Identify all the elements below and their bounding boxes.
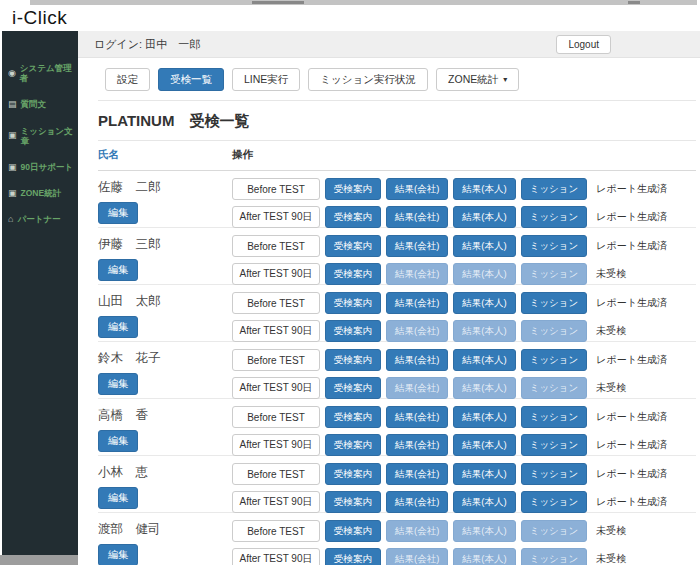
- result-company-button[interactable]: 結果(会社): [386, 349, 448, 371]
- exam-guide-button[interactable]: 受検案内: [325, 548, 381, 565]
- tab-line-exec[interactable]: LINE実行: [232, 68, 300, 91]
- column-header-name[interactable]: 氏名: [98, 148, 232, 162]
- result-person-button[interactable]: 結果(本人): [453, 349, 515, 371]
- tab-zone-stats[interactable]: ZONE統計▾: [436, 68, 519, 91]
- test-type-button[interactable]: After TEST 90日: [232, 320, 320, 342]
- mission-button[interactable]: ミッション: [521, 235, 588, 257]
- sidebar-item-mission-doc[interactable]: ▣ミッション文章: [2, 118, 78, 154]
- exam-guide-button[interactable]: 受検案内: [325, 349, 381, 371]
- exam-guide-button[interactable]: 受検案内: [325, 406, 381, 428]
- sidebar-item-system-admin[interactable]: ◉システム管理者: [2, 55, 78, 91]
- sidebar-item-zone-stats[interactable]: ▣ZONE統計: [2, 180, 78, 206]
- sidebar-item-label: ミッション文章: [21, 126, 75, 146]
- mission-button[interactable]: ミッション: [521, 206, 588, 228]
- mission-button[interactable]: ミッション: [521, 178, 588, 200]
- exam-guide-button[interactable]: 受検案内: [325, 491, 381, 513]
- mission-button[interactable]: ミッション: [521, 406, 588, 428]
- mission-button[interactable]: ミッション: [521, 263, 588, 285]
- test-type-button[interactable]: Before TEST: [232, 235, 320, 257]
- exam-guide-button[interactable]: 受検案内: [325, 263, 381, 285]
- test-type-button[interactable]: After TEST 90日: [232, 491, 320, 513]
- tab-mission-status[interactable]: ミッション実行状況: [308, 68, 428, 91]
- result-company-button[interactable]: 結果(会社): [386, 235, 448, 257]
- edit-button[interactable]: 編集: [98, 202, 138, 224]
- tab-exam-list[interactable]: 受検一覧: [158, 68, 224, 91]
- person-name: 伊藤 三郎: [98, 236, 232, 253]
- result-person-button[interactable]: 結果(本人): [453, 520, 515, 542]
- exam-guide-button[interactable]: 受検案内: [325, 206, 381, 228]
- test-type-button[interactable]: Before TEST: [232, 349, 320, 371]
- result-company-button[interactable]: 結果(会社): [386, 434, 448, 456]
- result-person-button[interactable]: 結果(本人): [453, 292, 515, 314]
- tab-settings[interactable]: 設定: [105, 68, 150, 91]
- mission-button[interactable]: ミッション: [521, 491, 588, 513]
- exam-guide-button[interactable]: 受検案内: [325, 292, 381, 314]
- mission-button[interactable]: ミッション: [521, 520, 588, 542]
- result-company-button[interactable]: 結果(会社): [386, 263, 448, 285]
- column-header-operations: 操作: [232, 148, 253, 162]
- mission-button[interactable]: ミッション: [521, 463, 588, 485]
- result-company-button[interactable]: 結果(会社): [386, 406, 448, 428]
- result-company-button[interactable]: 結果(会社): [386, 491, 448, 513]
- result-company-button[interactable]: 結果(会社): [386, 292, 448, 314]
- result-person-button[interactable]: 結果(本人): [453, 235, 515, 257]
- result-company-button[interactable]: 結果(会社): [386, 520, 448, 542]
- test-type-button[interactable]: Before TEST: [232, 178, 320, 200]
- mission-button[interactable]: ミッション: [521, 434, 588, 456]
- result-person-button[interactable]: 結果(本人): [453, 263, 515, 285]
- result-person-button[interactable]: 結果(本人): [453, 406, 515, 428]
- result-person-button[interactable]: 結果(本人): [453, 178, 515, 200]
- zone-stats-icon: ▣: [8, 189, 17, 198]
- mission-button[interactable]: ミッション: [521, 349, 588, 371]
- exam-guide-button[interactable]: 受検案内: [325, 434, 381, 456]
- result-person-button[interactable]: 結果(本人): [453, 434, 515, 456]
- exam-guide-button[interactable]: 受検案内: [325, 178, 381, 200]
- result-company-button[interactable]: 結果(会社): [386, 377, 448, 399]
- exam-guide-button[interactable]: 受検案内: [325, 463, 381, 485]
- edit-button[interactable]: 編集: [98, 487, 138, 509]
- exam-table-body: 佐藤 二郎 編集 Before TEST 受検案内 結果(会社) 結果(本人) …: [98, 171, 696, 565]
- exam-guide-button[interactable]: 受検案内: [325, 520, 381, 542]
- result-person-button[interactable]: 結果(本人): [453, 377, 515, 399]
- sidebar-item-partner[interactable]: ⌂パートナー: [2, 206, 78, 232]
- test-type-button[interactable]: After TEST 90日: [232, 377, 320, 399]
- sidebar-item-question-doc[interactable]: ▤質問文: [2, 91, 78, 117]
- result-person-button[interactable]: 結果(本人): [453, 548, 515, 565]
- edit-button[interactable]: 編集: [98, 316, 138, 338]
- sidebar-item-label: ZONE統計: [21, 188, 62, 198]
- status-text: 未受検: [596, 267, 626, 281]
- table-row: 山田 太郎 編集 Before TEST 受検案内 結果(会社) 結果(本人) …: [98, 285, 696, 342]
- result-company-button[interactable]: 結果(会社): [386, 548, 448, 565]
- exam-guide-button[interactable]: 受検案内: [325, 235, 381, 257]
- result-company-button[interactable]: 結果(会社): [386, 320, 448, 342]
- logout-button[interactable]: Logout: [556, 35, 611, 54]
- status-text: レポート生成済: [596, 239, 667, 253]
- result-company-button[interactable]: 結果(会社): [386, 178, 448, 200]
- result-person-button[interactable]: 結果(本人): [453, 320, 515, 342]
- result-person-button[interactable]: 結果(本人): [453, 206, 515, 228]
- mission-button[interactable]: ミッション: [521, 377, 588, 399]
- edit-button[interactable]: 編集: [98, 430, 138, 452]
- mission-button[interactable]: ミッション: [521, 320, 588, 342]
- result-company-button[interactable]: 結果(会社): [386, 206, 448, 228]
- test-type-button[interactable]: Before TEST: [232, 463, 320, 485]
- status-text: レポート生成済: [596, 296, 667, 310]
- test-type-button[interactable]: Before TEST: [232, 406, 320, 428]
- test-type-button[interactable]: After TEST 90日: [232, 548, 320, 565]
- test-type-button[interactable]: After TEST 90日: [232, 434, 320, 456]
- mission-button[interactable]: ミッション: [521, 292, 588, 314]
- sidebar-item-support-90day[interactable]: ▣90日サポート: [2, 154, 78, 180]
- edit-button[interactable]: 編集: [98, 259, 138, 281]
- edit-button[interactable]: 編集: [98, 544, 138, 565]
- mission-button[interactable]: ミッション: [521, 548, 588, 565]
- test-type-button[interactable]: Before TEST: [232, 292, 320, 314]
- edit-button[interactable]: 編集: [98, 373, 138, 395]
- result-person-button[interactable]: 結果(本人): [453, 463, 515, 485]
- exam-guide-button[interactable]: 受検案内: [325, 320, 381, 342]
- result-person-button[interactable]: 結果(本人): [453, 491, 515, 513]
- test-type-button[interactable]: After TEST 90日: [232, 206, 320, 228]
- test-type-button[interactable]: Before TEST: [232, 520, 320, 542]
- result-company-button[interactable]: 結果(会社): [386, 463, 448, 485]
- test-type-button[interactable]: After TEST 90日: [232, 263, 320, 285]
- exam-guide-button[interactable]: 受検案内: [325, 377, 381, 399]
